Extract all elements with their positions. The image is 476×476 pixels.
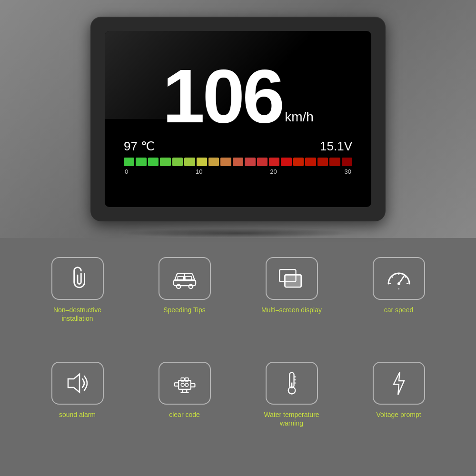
speed-display: 106 km/h — [162, 58, 314, 134]
bar-segment — [136, 158, 146, 166]
device-body: 106 km/h 97 ℃ 15.1V 0 10 20 30 — [90, 17, 386, 221]
feature-label-sound-alarm: sound alarm — [59, 410, 96, 419]
screen-content: 106 km/h 97 ℃ 15.1V 0 10 20 30 — [105, 31, 371, 207]
bar-segment — [148, 158, 159, 166]
bar-segment — [197, 158, 207, 166]
svg-rect-5 — [285, 275, 301, 287]
svg-point-26 — [185, 383, 188, 387]
speed-unit: km/h — [285, 109, 314, 125]
top-section: 106 km/h 97 ℃ 15.1V 0 10 20 30 — [0, 0, 476, 238]
feature-item-multi-screen-display: Multi–screen display — [243, 257, 340, 352]
bar-segment — [220, 158, 231, 166]
feature-icon-box-speeding-tips — [159, 257, 211, 300]
feature-icon-box-clear-code — [159, 362, 211, 405]
feature-label-non-destructive-installation: Non–destructive installation — [53, 306, 101, 323]
bar-segment — [160, 158, 170, 166]
bar-segment — [208, 158, 219, 166]
feature-label-voltage-prompt: Voltage prompt — [376, 410, 421, 419]
feature-item-non-destructive-installation: Non–destructive installation — [29, 257, 126, 352]
features-grid: Non–destructive installation Speeding Ti… — [0, 238, 476, 476]
svg-marker-15 — [68, 374, 79, 392]
bar-segment — [245, 158, 255, 166]
speed-value: 106 — [162, 58, 282, 134]
feature-icon-box-sound-alarm — [51, 362, 104, 405]
bar-segment — [124, 158, 134, 166]
feature-label-speeding-tips: Speeding Tips — [163, 306, 206, 314]
bar-segment — [293, 158, 304, 166]
svg-point-2 — [188, 284, 193, 288]
bar-segment — [317, 158, 328, 166]
svg-line-7 — [399, 275, 405, 284]
device-shadow — [119, 228, 357, 238]
svg-point-8 — [397, 282, 400, 285]
bar-segment — [257, 158, 268, 166]
bar-label-10: 10 — [196, 168, 202, 175]
bar-segment — [269, 158, 279, 166]
voltage-value: 15.1V — [320, 139, 352, 154]
bar-segment — [342, 158, 352, 166]
feature-item-clear-code: clear code — [136, 362, 233, 457]
feature-label-car-speed: car speed — [384, 306, 413, 314]
feature-label-clear-code: clear code — [169, 410, 200, 419]
bar-segment — [329, 158, 340, 166]
bar-label-20: 20 — [270, 168, 277, 175]
feature-item-voltage-prompt: Voltage prompt — [350, 362, 447, 457]
feature-item-speeding-tips: Speeding Tips — [136, 257, 233, 352]
device-screen: 106 km/h 97 ℃ 15.1V 0 10 20 30 — [105, 31, 371, 207]
feature-icon-box-voltage-prompt — [373, 362, 425, 405]
svg-point-25 — [181, 383, 184, 387]
bar-segment — [184, 158, 195, 166]
feature-icon-box-car-speed — [373, 257, 425, 300]
feature-icon-box-water-temperature-warning — [266, 362, 318, 405]
bar-segment — [305, 158, 316, 166]
feature-icon-box-non-destructive-installation — [51, 257, 104, 300]
color-bar — [124, 158, 352, 166]
color-bar-container: 0 10 20 30 — [124, 158, 352, 175]
feature-icon-box-multi-screen-display — [266, 257, 318, 300]
feature-item-car-speed: car speed — [350, 257, 447, 352]
feature-label-multi-screen-display: Multi–screen display — [261, 306, 322, 314]
feature-item-sound-alarm: sound alarm — [29, 362, 126, 457]
metrics-row: 97 ℃ 15.1V — [124, 139, 352, 154]
feature-label-water-temperature-warning: Water temperature warning — [264, 410, 319, 427]
bar-labels: 0 10 20 30 — [124, 168, 352, 175]
bar-segment — [172, 158, 183, 166]
svg-marker-36 — [394, 372, 404, 395]
bar-segment — [281, 158, 291, 166]
temperature-value: 97 ℃ — [124, 139, 155, 154]
bar-label-0: 0 — [125, 168, 128, 175]
feature-item-water-temperature-warning: Water temperature warning — [243, 362, 340, 457]
svg-point-1 — [176, 284, 180, 288]
bar-segment — [233, 158, 243, 166]
bar-label-30: 30 — [345, 168, 351, 175]
